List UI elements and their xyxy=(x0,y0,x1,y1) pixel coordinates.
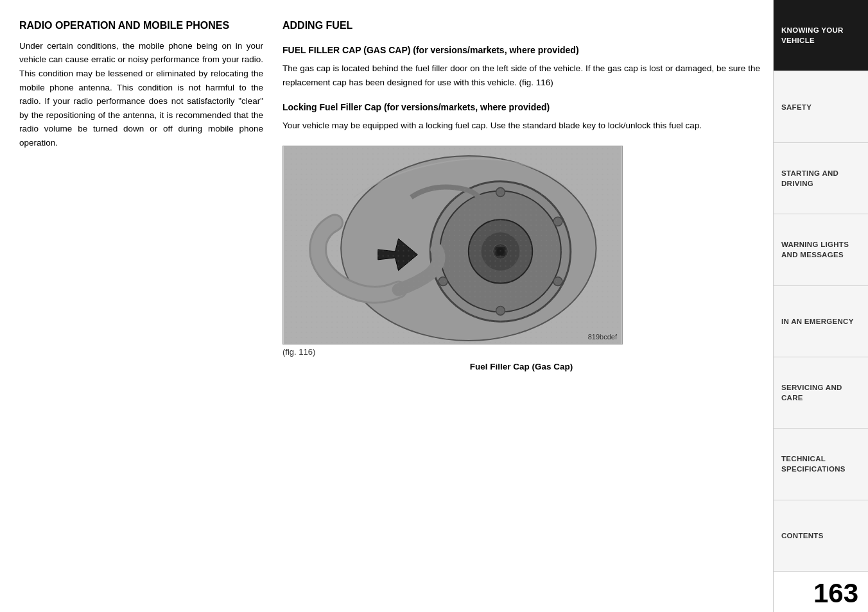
right-column: ADDING FUEL FUEL FILLER CAP (GAS CAP) (f… xyxy=(282,19,760,599)
subsection1-title: FUEL FILLER CAP (GAS CAP) (for versions/… xyxy=(282,44,760,57)
right-section-title: ADDING FUEL xyxy=(282,19,760,33)
fuel-cap-illustration xyxy=(283,146,622,344)
left-section-title: RADIO OPERATION AND MOBILE PHONES xyxy=(19,19,263,33)
main-content: RADIO OPERATION AND MOBILE PHONES Under … xyxy=(0,0,773,612)
figure-caption-below: (fig. 116) xyxy=(282,347,760,357)
sidebar-item-starting[interactable]: STARTING AND DRIVING xyxy=(774,143,868,214)
figure-label: 819bcdef xyxy=(588,333,617,341)
figure-title: Fuel Filler Cap (Gas Cap) xyxy=(282,362,760,371)
sidebar-item-knowing[interactable]: KNOWING YOUR VEHICLE xyxy=(774,0,868,71)
subsection2-title: Locking Fuel Filler Cap (for versions/ma… xyxy=(282,101,760,114)
sidebar-item-servicing[interactable]: SERVICING AND CARE xyxy=(774,357,868,429)
sidebar-item-warning[interactable]: WARNING LIGHTS AND MESSAGES xyxy=(774,214,868,285)
figure-container: 819bcdef xyxy=(282,146,623,344)
sidebar-item-technical[interactable]: TECHNICAL SPECIFICATIONS xyxy=(774,429,868,500)
subsection2-body: Your vehicle may be equipped with a lock… xyxy=(282,119,760,133)
svg-rect-17 xyxy=(284,146,622,344)
sidebar-item-emergency[interactable]: IN AN EMERGENCY xyxy=(774,286,868,357)
sidebar: KNOWING YOUR VEHICLE SAFETY STARTING AND… xyxy=(773,0,868,612)
page-number: 163 xyxy=(774,572,868,612)
sidebar-item-contents[interactable]: CONTENTS xyxy=(774,500,868,572)
sidebar-item-safety[interactable]: SAFETY xyxy=(774,71,868,142)
left-column: RADIO OPERATION AND MOBILE PHONES Under … xyxy=(19,19,263,599)
left-section-body: Under certain conditions, the mobile pho… xyxy=(19,39,263,150)
subsection1-body: The gas cap is located behind the fuel f… xyxy=(282,62,760,89)
